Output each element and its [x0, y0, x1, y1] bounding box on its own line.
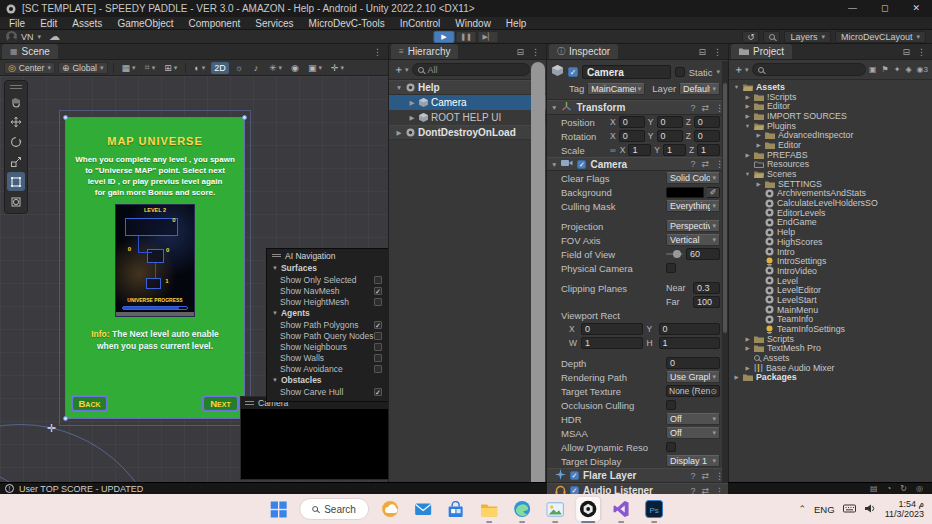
component-enabled-checkbox[interactable]: ✓ [577, 160, 586, 169]
tab-inspector[interactable]: ⓘInspector [549, 44, 618, 59]
inspector-scrollbar[interactable] [722, 61, 728, 482]
viewport-rect-x-field[interactable]: 0 [581, 323, 643, 335]
background-color-swatch[interactable] [666, 187, 704, 198]
help-icon[interactable]: ? [690, 471, 695, 481]
taskbar-widgets-icon[interactable] [378, 497, 402, 521]
dock-icon[interactable]: ⊟ [698, 47, 706, 57]
hidden-count-badge[interactable]: ◉3 [917, 65, 928, 74]
menu-help[interactable]: Help [506, 18, 527, 29]
projection-dropdown[interactable]: Perspective▾ [666, 220, 720, 232]
bake-disabled-icon[interactable]: ◔ [886, 484, 891, 493]
gameobject-name-field[interactable]: Camera [582, 65, 671, 79]
resize-handle[interactable] [63, 416, 68, 421]
physical-camera-checkbox[interactable] [666, 263, 676, 273]
camera-settings-icon[interactable]: ▣▾ [305, 62, 325, 74]
minimize-icon[interactable]: — [848, 0, 857, 17]
link-scale-icon[interactable]: ∞ [610, 146, 616, 155]
search-favorites-icon[interactable]: ✦ [894, 65, 901, 74]
project-item-mainmenu[interactable]: MainMenu [729, 305, 932, 315]
x-field[interactable]: 0 [619, 116, 645, 128]
orientation-dropdown[interactable]: ⊕Global▾ [58, 62, 108, 74]
play-button[interactable]: ▶ [434, 31, 455, 43]
close-icon[interactable]: ✕ [912, 0, 920, 17]
menu-services[interactable]: Services [255, 18, 293, 29]
presets-icon[interactable]: ⇄ [701, 471, 709, 481]
project-item-advancedinspector[interactable]: ▶AdvancedInspector [729, 130, 932, 140]
audio-toggle-icon[interactable]: ♪ [249, 62, 263, 74]
hand-tool[interactable] [7, 92, 25, 111]
search-by-label-icon[interactable]: ⚑ [882, 65, 889, 74]
taskbar-start-icon[interactable] [266, 497, 290, 521]
add-asset-button[interactable]: ＋▾ [733, 62, 749, 77]
checkbox[interactable] [374, 343, 382, 351]
checkbox[interactable]: ✓ [374, 388, 382, 396]
effects-toggle-icon[interactable]: ✳▾ [266, 62, 285, 74]
menu-microdevc-tools[interactable]: MicroDevC-Tools [309, 18, 385, 29]
add-gameobject-button[interactable]: ＋▾ [393, 62, 409, 77]
visibility-toggle-icon[interactable]: ◉ [288, 62, 302, 74]
pivot-mode-dropdown[interactable]: ◎Center▾ [4, 62, 55, 74]
project-item-editorlevels[interactable]: EditorLevels [729, 208, 932, 218]
tab-project[interactable]: Project [731, 44, 792, 59]
panel-menu-icon[interactable]: ⋮ [917, 47, 926, 57]
x-field[interactable]: 0 [619, 130, 645, 142]
panel-menu-icon[interactable]: ⋮ [373, 47, 382, 57]
project-item-prefabs[interactable]: ▶PREFABS [729, 150, 932, 160]
shading-mode-icon[interactable]: ◐▾ [191, 62, 208, 74]
menu-edit[interactable]: Edit [40, 18, 57, 29]
clock[interactable]: 1:54 م 11/3/2023 [885, 499, 924, 519]
allow-dynamic-reso-checkbox[interactable] [666, 442, 676, 452]
menu-component[interactable]: Component [189, 18, 241, 29]
taskbar-unity-icon[interactable] [576, 497, 600, 521]
nav-option-show-heightmesh[interactable]: Show HeightMesh [267, 296, 388, 307]
x-field[interactable]: 1 [628, 144, 651, 156]
step-button[interactable]: ▶▏ [478, 31, 499, 43]
transform-component-header[interactable]: ▼ Transform ?⇄⋮ [547, 100, 728, 115]
target-display-dropdown[interactable]: Display 1▾ [666, 455, 720, 467]
layer-dropdown[interactable]: Default▾ [679, 83, 720, 95]
console-message-icon[interactable]: ! [5, 484, 14, 493]
static-dropdown-icon[interactable]: ▾ [716, 68, 720, 76]
hierarchy-item-camera[interactable]: ▶Camera [389, 95, 546, 110]
project-item-scripts[interactable]: ▶Scripts [729, 334, 932, 344]
search-icon[interactable] [763, 31, 780, 43]
tag-dropdown[interactable]: MainCamera▾ [587, 83, 645, 95]
camera-component-header[interactable]: ▼ ✓ Camera ?⇄⋮ [547, 157, 728, 171]
clipping-planes-far-field[interactable]: 100 [693, 296, 720, 308]
tab-scene[interactable]: ▦Scene [2, 44, 58, 59]
overlay-drag-handle[interactable] [245, 401, 254, 405]
project-item-editor[interactable]: ▶Editor [729, 140, 932, 150]
scene-viewport[interactable]: ✛ MAP UNIVERSE When you complete any lev… [0, 76, 388, 482]
tab-hierarchy[interactable]: ≡Hierarchy [391, 44, 458, 59]
project-search-input[interactable] [752, 63, 866, 76]
progress-idle-icon[interactable]: ◎ [916, 484, 923, 493]
msaa-dropdown[interactable]: Off▾ [666, 427, 720, 439]
pause-button[interactable]: ❚❚ [456, 31, 477, 43]
y-field[interactable]: 1 [663, 144, 686, 156]
project-item-assets[interactable]: ▼Assets [729, 82, 932, 92]
field-of-view-value-field[interactable]: 60 [686, 248, 720, 260]
y-field[interactable]: 0 [657, 116, 683, 128]
help-screen-canvas[interactable]: MAP UNIVERSE When you complete any level… [66, 118, 244, 418]
z-field[interactable]: 1 [697, 144, 720, 156]
tray-expand-icon[interactable]: ⌃ [798, 504, 806, 514]
nav-option-show-path-polygons[interactable]: Show Path Polygons✓ [267, 319, 388, 330]
project-item-introsettings[interactable]: IntroSettings [729, 256, 932, 266]
nav-option-show-walls[interactable]: Show Walls [267, 352, 388, 363]
nav-option-show-path-query-nodes[interactable]: Show Path Query Nodes [267, 330, 388, 341]
viewport-rect-h-field[interactable]: 1 [659, 337, 721, 349]
target-texture-object-field[interactable]: None (Render Textur⊙ [666, 385, 720, 397]
checkbox[interactable]: ✓ [374, 321, 382, 329]
checkbox[interactable] [374, 354, 382, 362]
presets-icon[interactable]: ⇄ [701, 159, 709, 169]
help-icon[interactable]: ? [690, 159, 695, 169]
hierarchy-item-dontdestroyonload[interactable]: ▶DontDestroyOnLoad⋮ [389, 125, 546, 140]
rect-tool[interactable] [7, 172, 25, 191]
back-button[interactable]: Back [71, 395, 108, 412]
dock-icon[interactable]: ⊟ [902, 47, 910, 57]
nav-section-obstacles[interactable]: ▼Obstacles [267, 374, 388, 386]
checkbox[interactable]: ✓ [374, 287, 382, 295]
hierarchy-search-input[interactable]: All [412, 63, 531, 76]
hierarchy-item-help[interactable]: ▼Help⋮ [389, 80, 546, 95]
project-item-teaminfo[interactable]: TeamInfo [729, 315, 932, 325]
